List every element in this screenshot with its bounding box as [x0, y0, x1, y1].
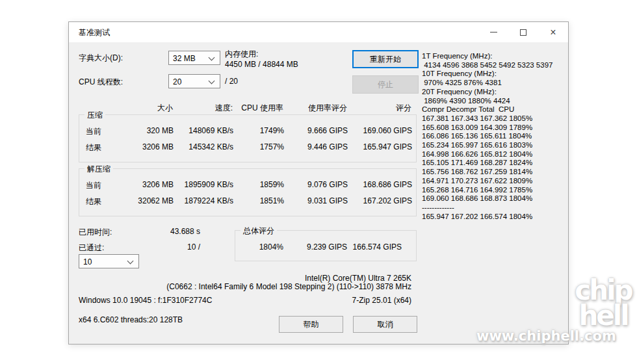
titlebar: 基准测试 × [69, 22, 568, 42]
close-icon: × [550, 27, 556, 38]
cell-speed: 148069 KB/s [180, 126, 233, 135]
chevron-down-icon [209, 78, 215, 84]
compression-group: 压缩 当前 320 MB 148069 KB/s 1749% 9.666 GIP… [79, 114, 417, 162]
cell-rating: 169.060 GIPS [350, 126, 412, 135]
cpu-name: Intel(R) Core(TM) Ultra 7 265K [79, 274, 411, 283]
total-rating-group: 总体评分 1804% 9.239 GIPS 166.574 GIPS [235, 230, 417, 261]
header-usage-rating: 使用率评分 [290, 103, 347, 114]
cpu-threads-total: / 20 [225, 77, 238, 86]
row-label-result: 结果 [86, 196, 101, 207]
compression-group-title: 压缩 [84, 110, 105, 121]
minimize-button[interactable] [478, 22, 508, 42]
passes-count-value: 10 [83, 257, 92, 266]
cell-usage-rating: 9.666 GIPS [291, 126, 348, 135]
header-speed: 速度: [179, 103, 233, 114]
cpu-details: (C0662 : Intel64 Family 6 Model 198 Step… [79, 282, 411, 291]
header-cpu-usage: CPU 使用率 [239, 103, 283, 114]
table-row: 结果 3206 MB 145342 KB/s 1757% 9.446 GIPS … [79, 142, 416, 153]
build-info: x64 6.C602 threads:20 128TB [79, 315, 183, 324]
decompression-group-title: 解压缩 [84, 164, 113, 175]
maximize-icon [520, 29, 526, 36]
cell-cpu-usage: 1757% [240, 142, 284, 151]
cell-rating: 168.686 GIPS [350, 180, 412, 189]
cell-rating: 165.947 GIPS [350, 142, 412, 151]
cancel-button[interactable]: 取消 [353, 316, 417, 333]
cell-size: 32062 MB [109, 196, 174, 205]
total-cpu-usage: 1804% [235, 242, 283, 252]
table-row: 结果 32062 MB 1879224 KB/s 1851% 9.031 GIP… [79, 196, 416, 207]
chevron-down-icon [127, 258, 134, 265]
frequency-results-panel: 1T Frequency (MHz): 4134 4596 3868 5452 … [422, 52, 566, 221]
stop-button[interactable]: 停止 [352, 75, 419, 94]
close-button[interactable]: × [538, 22, 568, 42]
cell-usage-rating: 9.076 GIPS [291, 180, 348, 189]
decompression-group: 解压缩 当前 3206 MB 1895909 KB/s 1859% 9.076 … [79, 168, 417, 216]
cell-size: 320 MB [109, 126, 174, 135]
chiphell-logo-bottom: hell [569, 304, 637, 329]
elapsed-time-value: 43.688 s [147, 227, 200, 236]
row-label-result: 结果 [86, 142, 101, 153]
results-header-row: 大小 速度: CPU 使用率 使用率评分 评分 [79, 103, 417, 113]
passes-label: 已通过: [79, 242, 104, 254]
cell-cpu-usage: 1859% [240, 180, 284, 189]
cell-usage-rating: 9.446 GIPS [291, 142, 348, 151]
total-rating-title: 总体评分 [240, 226, 277, 237]
table-row: 当前 320 MB 148069 KB/s 1749% 9.666 GIPS 1… [79, 126, 416, 136]
passes-value: 10 / [147, 242, 200, 252]
benchmark-dialog: 基准测试 × 字典大小(D): 32 MB 内存使用: 4450 MB / 48… [68, 21, 569, 344]
elapsed-time-label: 已用时间: [79, 227, 112, 238]
cpu-threads-label: CPU 线程数: [79, 77, 123, 88]
watermark-url: www.chiphell.com [476, 328, 616, 344]
header-size: 大小 [108, 103, 173, 114]
total-usage-rating: 9.239 GIPS [290, 242, 347, 252]
chevron-down-icon [209, 55, 215, 61]
cell-speed: 145342 KB/s [180, 142, 233, 151]
maximize-button[interactable] [508, 22, 538, 42]
cpu-threads-value: 20 [173, 77, 181, 86]
cpu-threads-select[interactable]: 20 [168, 74, 220, 88]
memory-usage-value: 4450 MB / 48844 MB [225, 60, 298, 69]
dictionary-size-label: 字典大小(D): [79, 53, 123, 64]
restart-button[interactable]: 重新开始 [352, 50, 419, 68]
passes-count-select[interactable]: 10 [79, 254, 139, 268]
help-button[interactable]: 帮助 [279, 316, 343, 333]
cell-size: 3206 MB [109, 142, 174, 151]
table-row: 当前 3206 MB 1895909 KB/s 1859% 9.076 GIPS… [79, 180, 416, 190]
cell-speed: 1879224 KB/s [180, 196, 233, 205]
row-label-current: 当前 [86, 126, 101, 137]
memory-usage-label: 内存使用: [225, 49, 258, 60]
dictionary-size-value: 32 MB [173, 54, 196, 63]
window-title: 基准测试 [79, 27, 110, 38]
dictionary-size-select[interactable]: 32 MB [168, 51, 220, 65]
row-label-current: 当前 [86, 180, 101, 191]
minimize-icon [490, 32, 497, 32]
header-rating: 评分 [350, 103, 411, 114]
cell-speed: 1895909 KB/s [180, 180, 233, 189]
cell-cpu-usage: 1851% [240, 196, 284, 205]
cell-rating: 167.202 GIPS [350, 196, 412, 205]
cell-size: 3206 MB [109, 180, 174, 189]
chiphell-logo: chip hell [569, 278, 637, 328]
total-rating: 166.574 GIPS [350, 242, 402, 252]
cell-cpu-usage: 1749% [240, 126, 284, 135]
app-version: 7-Zip 25.01 (x64) [79, 296, 411, 305]
cell-usage-rating: 9.031 GIPS [291, 196, 348, 205]
